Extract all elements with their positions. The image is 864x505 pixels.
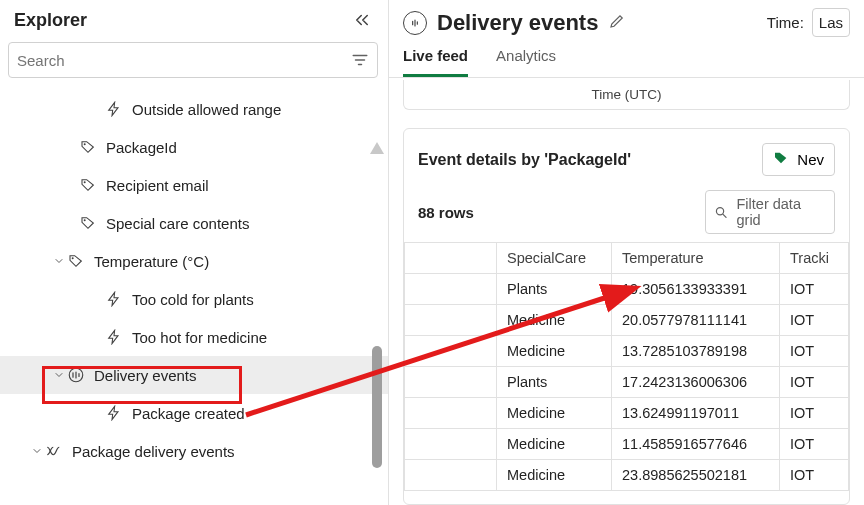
table-cell[interactable]: IOT xyxy=(780,336,849,367)
table-row[interactable]: Medicine20.0577978111141IOT xyxy=(405,305,849,336)
lightning-icon xyxy=(104,329,124,345)
table-cell[interactable]: Medicine xyxy=(497,429,612,460)
chevron-down-icon[interactable] xyxy=(52,369,66,381)
svg-point-5 xyxy=(716,207,723,214)
page-title-wrap: Delivery events xyxy=(403,10,626,36)
tree-item-packageid[interactable]: PackageId xyxy=(0,128,388,166)
tag-icon xyxy=(773,150,789,169)
table-cell[interactable]: Plants xyxy=(497,367,612,398)
table-cell[interactable]: 19.3056133933391 xyxy=(612,274,780,305)
table-cell[interactable] xyxy=(405,274,497,305)
tab-analytics[interactable]: Analytics xyxy=(496,47,556,77)
filter-grid-input[interactable]: Filter data grid xyxy=(705,190,835,234)
table-row[interactable]: Medicine23.8985625502181IOT xyxy=(405,460,849,491)
table-cell[interactable]: Medicine xyxy=(497,398,612,429)
edit-title-button[interactable] xyxy=(608,10,626,36)
time-range-select[interactable]: Las xyxy=(812,8,850,37)
tree-item-package-delivery-events[interactable]: Package delivery events xyxy=(0,432,388,470)
svg-point-2 xyxy=(84,219,86,221)
time-range-label: Time: xyxy=(767,14,804,31)
table-cell[interactable] xyxy=(405,398,497,429)
svg-point-3 xyxy=(72,257,74,259)
table-cell[interactable] xyxy=(405,305,497,336)
new-tag-button[interactable]: Nev xyxy=(762,143,835,176)
explorer-sidebar: Explorer Outside allowed range PackageId… xyxy=(0,0,389,505)
table-cell[interactable]: IOT xyxy=(780,398,849,429)
tree-item-label: Special care contents xyxy=(106,215,249,232)
table-cell[interactable]: 13.7285103789198 xyxy=(612,336,780,367)
chevron-down-icon[interactable] xyxy=(30,445,44,457)
filter-icon[interactable] xyxy=(351,51,369,69)
table-cell[interactable]: IOT xyxy=(780,429,849,460)
col-tracking[interactable]: Tracki xyxy=(780,243,849,274)
table-row[interactable]: Medicine11.4585916577646IOT xyxy=(405,429,849,460)
explorer-tree: Outside allowed range PackageId Recipien… xyxy=(0,86,388,505)
table-cell[interactable]: 13.624991197011 xyxy=(612,398,780,429)
tree-item-label: Too hot for medicine xyxy=(132,329,267,346)
search-input[interactable] xyxy=(17,52,351,69)
time-range-wrap: Time: Las xyxy=(767,8,850,37)
tree-item-too-cold[interactable]: Too cold for plants xyxy=(0,280,388,318)
tag-icon xyxy=(66,253,86,269)
chevron-down-icon[interactable] xyxy=(52,255,66,267)
main-tabs: Live feed Analytics xyxy=(389,37,864,78)
table-cell[interactable]: IOT xyxy=(780,274,849,305)
sidebar-title: Explorer xyxy=(14,10,87,31)
svg-point-1 xyxy=(84,181,86,183)
sidebar-scroll-thumb[interactable] xyxy=(372,346,382,468)
collapse-sidebar-button[interactable] xyxy=(350,8,374,32)
data-grid-header: SpecialCare Temperature Tracki xyxy=(405,243,849,274)
tree-item-label: Temperature (°C) xyxy=(94,253,209,270)
tree-item-temperature[interactable]: Temperature (°C) xyxy=(0,242,388,280)
table-cell[interactable]: Medicine xyxy=(497,305,612,336)
tree-item-recipient-email[interactable]: Recipient email xyxy=(0,166,388,204)
table-cell[interactable] xyxy=(405,460,497,491)
main-header: Delivery events Time: Las xyxy=(389,0,864,37)
col-specialcare[interactable]: SpecialCare xyxy=(497,243,612,274)
svg-point-0 xyxy=(84,143,86,145)
table-cell[interactable] xyxy=(405,367,497,398)
table-cell[interactable] xyxy=(405,429,497,460)
table-cell[interactable]: IOT xyxy=(780,305,849,336)
page-title: Delivery events xyxy=(437,10,598,36)
table-cell[interactable]: 20.0577978111141 xyxy=(612,305,780,336)
table-cell[interactable]: 11.4585916577646 xyxy=(612,429,780,460)
table-row[interactable]: Medicine13.624991197011IOT xyxy=(405,398,849,429)
double-chevron-left-icon xyxy=(353,11,371,29)
table-cell[interactable]: 17.2423136006306 xyxy=(612,367,780,398)
search-wrap xyxy=(0,38,388,86)
search-box[interactable] xyxy=(8,42,378,78)
table-cell[interactable] xyxy=(405,336,497,367)
tree-item-outside-range[interactable]: Outside allowed range xyxy=(0,90,388,128)
card-header: Event details by 'PackageId' Nev xyxy=(404,129,849,180)
table-row[interactable]: Plants19.3056133933391IOT xyxy=(405,274,849,305)
stream-icon xyxy=(403,11,427,35)
table-row[interactable]: Plants17.2423136006306IOT xyxy=(405,367,849,398)
tag-icon xyxy=(78,139,98,155)
tree-item-package-created[interactable]: Package created xyxy=(0,394,388,432)
table-cell[interactable]: IOT xyxy=(780,367,849,398)
data-grid[interactable]: SpecialCare Temperature Tracki Plants19.… xyxy=(404,242,849,491)
table-cell[interactable]: Medicine xyxy=(497,460,612,491)
col-temperature[interactable]: Temperature xyxy=(612,243,780,274)
tree-item-delivery-events[interactable]: Delivery events xyxy=(0,356,388,394)
lightning-icon xyxy=(104,101,124,117)
tree-item-label: Package created xyxy=(132,405,245,422)
tag-icon xyxy=(78,215,98,231)
sidebar-scroll-track xyxy=(370,120,384,480)
stream-icon xyxy=(66,366,86,384)
tab-live-feed[interactable]: Live feed xyxy=(403,47,468,77)
tree-item-too-hot[interactable]: Too hot for medicine xyxy=(0,318,388,356)
table-cell[interactable]: 23.8985625502181 xyxy=(612,460,780,491)
tree-item-label: Package delivery events xyxy=(72,443,235,460)
table-cell[interactable]: IOT xyxy=(780,460,849,491)
scroll-up-icon[interactable] xyxy=(370,142,384,154)
table-row[interactable]: Medicine13.7285103789198IOT xyxy=(405,336,849,367)
tree-item-label: Outside allowed range xyxy=(132,101,281,118)
table-cell[interactable]: Plants xyxy=(497,274,612,305)
data-grid-body: Plants19.3056133933391IOTMedicine20.0577… xyxy=(405,274,849,491)
sidebar-header: Explorer xyxy=(0,0,388,38)
table-cell[interactable]: Medicine xyxy=(497,336,612,367)
col-empty[interactable] xyxy=(405,243,497,274)
tree-item-special-care[interactable]: Special care contents xyxy=(0,204,388,242)
